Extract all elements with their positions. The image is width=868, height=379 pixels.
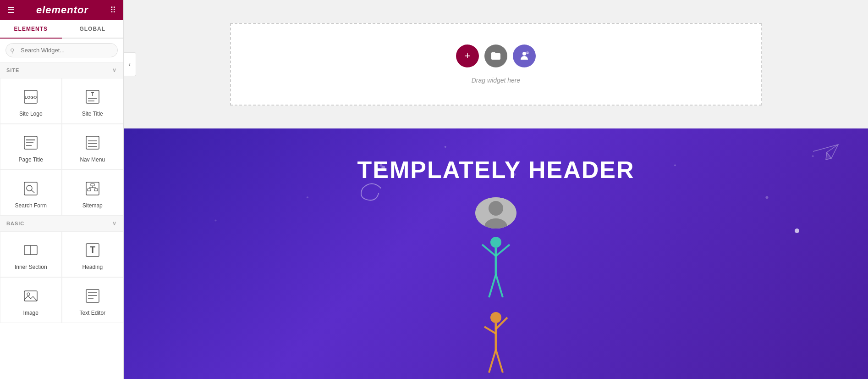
svg-rect-19 bbox=[88, 189, 91, 191]
svg-line-55 bbox=[496, 274, 503, 297]
section-label-site[interactable]: SITE ∨ bbox=[0, 62, 123, 78]
svg-rect-29 bbox=[24, 291, 37, 301]
sidebar-tabs: ELEMENTS GLOBAL bbox=[0, 20, 123, 39]
hamburger-icon[interactable]: ☰ bbox=[7, 5, 15, 15]
svg-point-15 bbox=[27, 185, 32, 191]
svg-point-39 bbox=[307, 196, 308, 198]
widget-inner-section-label: Inner Section bbox=[15, 264, 47, 270]
sitemap-icon bbox=[82, 178, 103, 199]
chevron-left-icon: ‹ bbox=[128, 61, 131, 68]
search-input[interactable] bbox=[5, 43, 118, 57]
right-figure-decoration bbox=[478, 304, 514, 379]
template-library-button[interactable] bbox=[484, 45, 507, 67]
chevron-down-icon-basic: ∨ bbox=[112, 220, 117, 227]
widget-nav-menu[interactable]: Nav Menu bbox=[62, 124, 124, 170]
search-form-icon bbox=[21, 178, 41, 199]
svg-text:AI: AI bbox=[527, 52, 528, 55]
widget-inner-section[interactable]: Inner Section bbox=[0, 231, 62, 277]
svg-point-56 bbox=[490, 312, 501, 323]
svg-point-50 bbox=[490, 237, 501, 248]
widget-image[interactable]: Image bbox=[0, 277, 62, 323]
main-content: ‹ + AI Drag widget here bbox=[124, 0, 868, 379]
widget-site-logo-label: Site Logo bbox=[19, 111, 43, 117]
widget-sitemap[interactable]: Sitemap bbox=[62, 170, 124, 216]
toggle-sidebar-button[interactable]: ‹ bbox=[124, 52, 136, 76]
hero-title: TEMPLATELY HEADER bbox=[357, 156, 634, 184]
nav-menu-icon bbox=[82, 133, 103, 153]
tab-elements[interactable]: ELEMENTS bbox=[0, 20, 62, 39]
site-logo-icon: LOGO bbox=[21, 87, 41, 107]
svg-line-54 bbox=[489, 274, 496, 297]
svg-rect-18 bbox=[91, 184, 94, 186]
elementor-logo: elementor bbox=[36, 4, 88, 16]
svg-rect-31 bbox=[86, 290, 99, 302]
svg-line-58 bbox=[484, 327, 496, 334]
svg-point-35 bbox=[522, 52, 526, 56]
drop-zone-buttons: + AI bbox=[456, 45, 536, 67]
paper-plane-decoration bbox=[813, 142, 841, 162]
svg-rect-14 bbox=[24, 182, 37, 195]
site-widgets-grid: LOGO Site Logo T Site Title Page Title N… bbox=[0, 78, 123, 216]
widget-heading-label: Heading bbox=[82, 264, 103, 270]
page-title-icon bbox=[21, 133, 41, 153]
sidebar: ☰ elementor ⠿ ELEMENTS GLOBAL ⚲ SITE ∨ L… bbox=[0, 0, 124, 379]
widget-heading[interactable]: T Heading bbox=[62, 231, 124, 277]
cursor-indicator bbox=[795, 229, 799, 233]
add-widget-button[interactable]: + bbox=[456, 45, 479, 67]
svg-text:LOGO: LOGO bbox=[25, 95, 37, 100]
svg-rect-10 bbox=[86, 136, 99, 149]
chevron-down-icon: ∨ bbox=[112, 67, 117, 73]
site-title-icon: T bbox=[82, 87, 103, 107]
widget-site-title[interactable]: T Site Title bbox=[62, 78, 124, 124]
widget-site-logo[interactable]: LOGO Site Logo bbox=[0, 78, 62, 124]
image-icon bbox=[21, 286, 41, 306]
search-icon: ⚲ bbox=[10, 47, 15, 54]
svg-point-30 bbox=[27, 293, 30, 295]
grid-icon[interactable]: ⠿ bbox=[110, 5, 116, 15]
svg-point-44 bbox=[765, 196, 768, 199]
svg-point-48 bbox=[489, 201, 503, 216]
svg-text:T: T bbox=[90, 245, 95, 255]
ai-widget-button[interactable]: AI bbox=[513, 45, 536, 67]
svg-line-61 bbox=[496, 350, 503, 373]
sidebar-header: ☰ elementor ⠿ bbox=[0, 0, 123, 20]
section-label-basic[interactable]: BASIC ∨ bbox=[0, 216, 123, 231]
widget-site-title-label: Site Title bbox=[82, 111, 103, 117]
widget-search-form-label: Search Form bbox=[15, 202, 47, 209]
svg-line-60 bbox=[489, 350, 496, 373]
svg-point-43 bbox=[674, 164, 676, 166]
widget-text-editor-label: Text Editor bbox=[79, 310, 105, 316]
heading-icon: T bbox=[82, 240, 103, 260]
widget-image-label: Image bbox=[23, 310, 38, 316]
svg-rect-20 bbox=[94, 189, 98, 191]
widget-text-editor[interactable]: Text Editor bbox=[62, 277, 124, 323]
svg-text:T: T bbox=[91, 92, 94, 97]
left-figure-decoration bbox=[478, 229, 514, 304]
tab-global[interactable]: GLOBAL bbox=[62, 20, 124, 38]
inner-section-icon bbox=[21, 240, 41, 260]
text-editor-icon bbox=[82, 286, 103, 306]
svg-point-42 bbox=[214, 219, 216, 221]
widget-nav-menu-label: Nav Menu bbox=[80, 156, 105, 163]
hero-avatar bbox=[475, 197, 516, 229]
widget-page-title[interactable]: Page Title bbox=[0, 124, 62, 170]
drop-zone[interactable]: + AI Drag widget here bbox=[230, 23, 762, 106]
basic-widgets-grid: Inner Section T Heading Image Text Edito… bbox=[0, 231, 123, 323]
widget-page-title-label: Page Title bbox=[19, 156, 43, 163]
hero-section: TEMPLATELY HEADER bbox=[124, 128, 868, 379]
widget-sitemap-label: Sitemap bbox=[82, 202, 103, 209]
drop-zone-section: ‹ + AI Drag widget here bbox=[124, 0, 868, 128]
svg-line-16 bbox=[32, 190, 35, 193]
drag-widget-text: Drag widget here bbox=[472, 77, 521, 84]
svg-point-40 bbox=[445, 146, 446, 148]
widget-search-form[interactable]: Search Form bbox=[0, 170, 62, 216]
search-bar: ⚲ bbox=[0, 39, 123, 62]
